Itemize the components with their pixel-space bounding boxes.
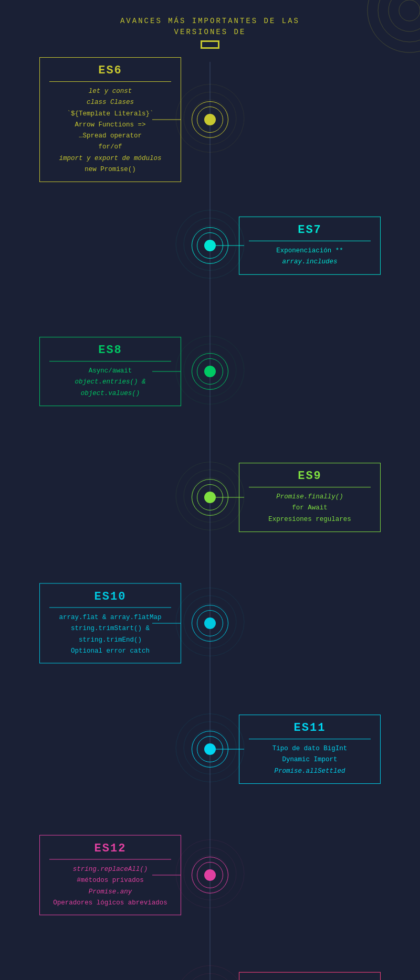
connector-es10 [152, 623, 181, 624]
box-title-es8: ES8 [49, 344, 171, 357]
box-title-es7: ES7 [249, 223, 371, 237]
connector-es12 [152, 875, 181, 876]
node-es6 [192, 101, 228, 138]
box-content-es12: string.replaceAll()#métodos privadosProm… [49, 864, 171, 909]
timeline: ES6 let y constclass Clases`${Template L… [0, 62, 420, 980]
box-title-es9: ES9 [249, 470, 371, 483]
svg-point-25 [176, 966, 244, 981]
box-title-es11: ES11 [249, 721, 371, 734]
box-es11: ES11 Tipo de dato BigIntDynamic ImportPr… [239, 715, 381, 784]
timeline-item-es8: ES8 Async/awaitobject.entries() & object… [0, 324, 420, 419]
connector-es8 [152, 371, 181, 372]
box-title-es10: ES10 [49, 590, 171, 603]
node-es8 [192, 353, 228, 390]
header: AVANCES MÁS IMPORTANTES DE LASVERSIONES … [0, 0, 420, 62]
timeline-item-es10: ES10 array.flat & array.flatMapstring.tr… [0, 576, 420, 670]
header-subtitle: AVANCES MÁS IMPORTANTES DE LASVERSIONES … [32, 16, 388, 38]
box-es9: ES9 Promise.finally()for AwaitExpresione… [239, 463, 381, 532]
timeline-item-es13: ES13 array.at()Top level await [0, 954, 420, 980]
box-title-es6: ES6 [49, 64, 171, 77]
node-es7 [192, 227, 228, 264]
box-content-es9: Promise.finally()for AwaitExpresiones re… [249, 492, 371, 525]
bg-rings-es13 [173, 963, 247, 981]
box-content-es6: let y constclass Clases`${Template Liter… [49, 86, 171, 175]
timeline-item-es11: ES11 Tipo de dato BigIntDynamic ImportPr… [0, 702, 420, 796]
node-es9 [192, 479, 228, 516]
node-es11 [192, 731, 228, 768]
box-content-es11: Tipo de dato BigIntDynamic ImportPromise… [249, 743, 371, 777]
timeline-item-es9: ES9 Promise.finally()for AwaitExpresione… [0, 450, 420, 545]
node-es12 [192, 857, 228, 893]
box-es7: ES7 Exponenciación **array.includes [239, 217, 381, 275]
box-title-es12: ES12 [49, 842, 171, 855]
header-title [201, 40, 219, 49]
box-content-es7: Exponenciación **array.includes [249, 246, 371, 268]
svg-point-26 [184, 974, 236, 981]
timeline-item-es12: ES12 string.replaceAll()#métodos privado… [0, 828, 420, 922]
timeline-item-es7: ES7 Exponenciación **array.includes [0, 198, 420, 293]
node-es10 [192, 605, 228, 642]
box-content-es10: array.flat & array.flatMapstring.trimSta… [49, 612, 171, 657]
connector-es6 [152, 120, 181, 120]
timeline-item-es6: ES6 let y constclass Clases`${Template L… [0, 72, 420, 167]
box-es13: ES13 array.at()Top level await [239, 972, 381, 980]
